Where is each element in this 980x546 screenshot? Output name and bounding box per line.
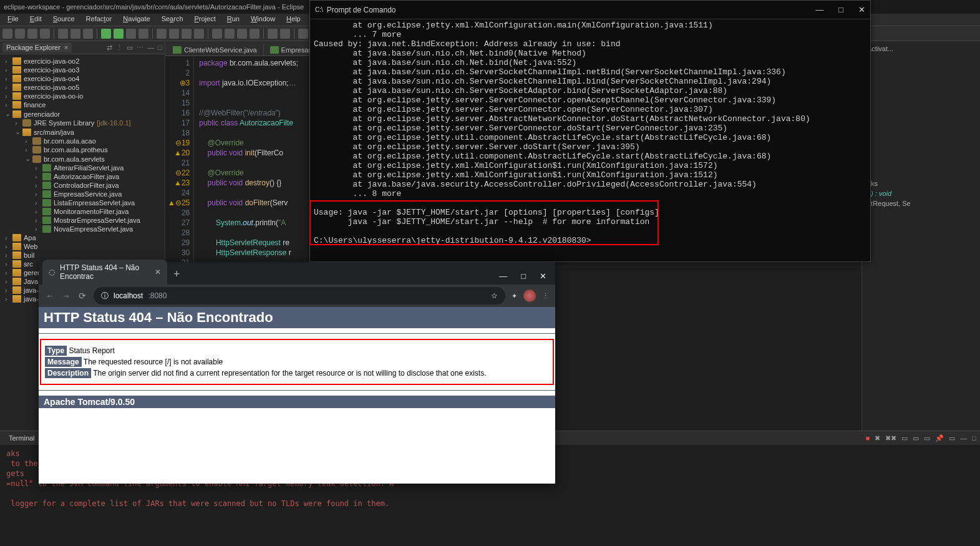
back-icon[interactable] (298, 29, 308, 39)
toolbar-icon[interactable] (280, 29, 290, 39)
tree-item[interactable]: ⌄src/main/java (1, 127, 165, 137)
chrome-window[interactable]: ◌ HTTP Status 404 – Não Encontrac ✕ + — … (39, 262, 555, 484)
minimize-button[interactable]: — (815, 5, 823, 14)
tree-item[interactable]: ›Apa (1, 233, 165, 242)
toolbar-icon[interactable] (58, 29, 68, 39)
reload-button[interactable]: ⟳ (77, 291, 87, 301)
tree-item[interactable]: ›MostrarEmpresaServlet.java (1, 216, 165, 225)
menu-help[interactable]: Help (281, 14, 306, 26)
toolbar-icon[interactable] (225, 29, 235, 39)
menu-icon[interactable]: ⋮ (542, 292, 549, 300)
tree-item[interactable]: ›exercicio-java-oo4 (1, 74, 165, 83)
maximize-button[interactable]: □ (838, 5, 843, 14)
tree-item[interactable]: ›Web (1, 242, 165, 251)
tree-item[interactable]: ›EmpresasService.java (1, 190, 165, 198)
tree-item[interactable]: ›br.com.aula.protheus (1, 145, 165, 154)
cmd-icon: C:\ (315, 6, 323, 13)
maximize-button[interactable]: □ (521, 271, 526, 281)
toolbar-icon[interactable] (83, 29, 93, 39)
minimize-icon[interactable]: — (959, 434, 968, 443)
menu-search[interactable]: Search (157, 14, 188, 26)
collapse-icon[interactable]: ▭ (127, 44, 133, 52)
terminate-icon[interactable]: ■ (865, 434, 871, 443)
menu-navigate[interactable]: Navigate (118, 14, 155, 26)
toolbar-icon[interactable] (126, 29, 136, 39)
toolbar-icon[interactable] (182, 29, 192, 39)
cmd-title-bar[interactable]: C:\ Prompt de Comando — □ ✕ (310, 1, 870, 19)
star-icon[interactable]: ☆ (491, 291, 498, 300)
tree-item[interactable]: ›exercicio-java-oo3 (1, 66, 165, 74)
run-icon[interactable] (114, 29, 124, 39)
pin-icon[interactable]: 📌 (934, 434, 945, 443)
toolbar-icon[interactable] (138, 29, 148, 39)
close-button[interactable]: ✕ (540, 271, 546, 281)
forward-button[interactable]: → (61, 291, 71, 301)
editor-tab[interactable]: ClienteWebService.java (167, 44, 264, 56)
remove-all-icon[interactable]: ✖✖ (884, 434, 898, 443)
link-icon[interactable]: ⇄ (107, 44, 112, 52)
extensions-icon[interactable]: ✦ (512, 292, 517, 300)
menu-source[interactable]: Source (48, 14, 80, 26)
tree-item[interactable]: ›ListaEmpresasServlet.java (1, 198, 165, 207)
debug-icon[interactable] (101, 29, 111, 39)
toolbar-icon[interactable] (70, 29, 80, 39)
tree-item[interactable]: ⌄br.com.aula.servlets (1, 154, 165, 163)
toolbar-icon[interactable] (268, 29, 278, 39)
tree-item[interactable]: ›AlterarFilialServlet.java (1, 163, 165, 172)
minimize-button[interactable]: — (499, 271, 507, 281)
chrome-tab-strip: ◌ HTTP Status 404 – Não Encontrac ✕ + — … (39, 262, 555, 285)
tree-item[interactable]: ›NovaEmpresaServlet.java (1, 225, 165, 233)
tree-item[interactable]: ›exercicio-java-oo2 (1, 57, 165, 66)
tree-item[interactable]: ›ControladorFilter.java (1, 181, 165, 190)
close-button[interactable]: ✕ (858, 5, 865, 14)
command-prompt-window[interactable]: C:\ Prompt de Comando — □ ✕ at org.eclip… (309, 0, 871, 262)
tree-item[interactable]: ›finance (1, 100, 165, 109)
menu-project[interactable]: Project (190, 14, 221, 26)
remove-launch-icon[interactable]: ✖ (873, 434, 881, 443)
close-tab-icon[interactable]: ✕ (155, 268, 161, 276)
filter-icon[interactable]: ⋮ (116, 44, 123, 52)
toolbar-icon[interactable] (212, 29, 222, 39)
new-tab-button[interactable]: + (167, 264, 187, 285)
toolbar-icon[interactable] (169, 29, 179, 39)
save-icon[interactable] (27, 29, 37, 39)
console-icon[interactable]: ▭ (900, 434, 909, 443)
maximize-icon[interactable]: □ (971, 434, 978, 443)
display-icon[interactable]: ▭ (948, 434, 956, 443)
save-all-icon[interactable] (40, 29, 50, 39)
menu-file[interactable]: File (2, 14, 24, 26)
tree-item[interactable]: ›JRE System Library [jdk-16.0.1] (1, 119, 165, 127)
toolbar-icon[interactable] (15, 29, 25, 39)
menu-icon[interactable]: ⋯ (137, 44, 143, 52)
toolbar-icon[interactable] (250, 29, 260, 39)
tree-item[interactable]: ⌄gerenciador (1, 109, 165, 119)
maximize-icon[interactable]: □ (158, 44, 162, 52)
toolbar-icon[interactable] (157, 29, 167, 39)
back-button[interactable]: ← (45, 291, 55, 301)
console-icon[interactable]: ▭ (923, 434, 931, 443)
tree-item[interactable]: ›buil (1, 251, 165, 260)
menu-run[interactable]: Run (222, 14, 245, 26)
toolbar-icon[interactable] (237, 29, 247, 39)
menu-refactor[interactable]: Refactor (81, 14, 117, 26)
chrome-page-content: HTTP Status 404 – Não Encontrado Type St… (39, 307, 555, 484)
tree-item[interactable]: ›exercicio-java-oo-io (1, 92, 165, 100)
tree-item[interactable]: ›MonitoramentoFilter.java (1, 207, 165, 216)
toolbar-icon[interactable] (194, 29, 204, 39)
terminal-tab[interactable]: Terminal (2, 433, 41, 443)
tree-item[interactable]: ›br.com.aula.acao (1, 137, 165, 145)
toolbar-icon[interactable] (2, 29, 12, 39)
chrome-tab[interactable]: ◌ HTTP Status 404 – Não Encontrac ✕ (42, 260, 167, 285)
tree-item[interactable]: ›AutorizacaoFilter.java (1, 172, 165, 181)
url-bar[interactable]: ⓘ localhost:8080 ☆ (94, 287, 505, 305)
close-icon[interactable]: × (64, 44, 68, 51)
outline-panel: Activat... aks g) : void etRequest, Se (861, 41, 980, 431)
menu-window[interactable]: Window (246, 14, 280, 26)
profile-icon[interactable] (523, 290, 536, 302)
info-icon[interactable]: ⓘ (101, 291, 109, 301)
minimize-icon[interactable]: — (147, 44, 154, 52)
tree-item[interactable]: ›exercicio-java-oo5 (1, 83, 165, 92)
package-explorer-tab[interactable]: Package Explorer × (2, 42, 72, 52)
console-icon[interactable]: ▭ (911, 434, 920, 443)
menu-edit[interactable]: Edit (25, 14, 47, 26)
